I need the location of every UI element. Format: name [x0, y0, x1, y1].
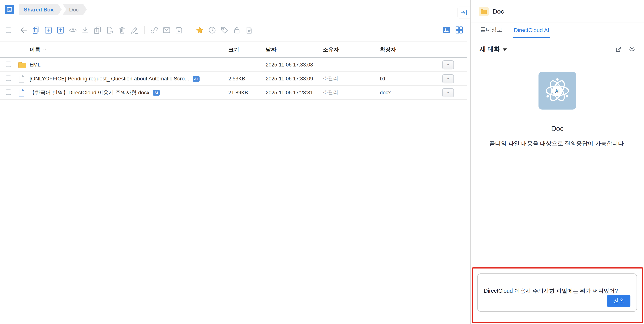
caret-down-icon: ▼ — [446, 63, 450, 66]
file-table: 이름 크기 날짜 소유자 확장자 EML - 2025-11-06 17:33:… — [0, 42, 467, 100]
file-size: 2.53KB — [228, 76, 266, 82]
tag-icon[interactable] — [220, 26, 229, 34]
breadcrumb-item-shared-box[interactable]: Shared Box — [19, 4, 62, 15]
toolbar-separator — [144, 26, 144, 34]
column-header-ext[interactable]: 확장자 — [380, 46, 429, 54]
row-actions-dropdown[interactable]: ▼ — [442, 74, 454, 83]
shared-box-icon[interactable] — [5, 5, 14, 14]
file-name[interactable]: EML — [30, 62, 40, 68]
duplicate-icon[interactable] — [93, 26, 102, 34]
copy-icon[interactable] — [32, 26, 40, 34]
ai-badge: AI — [153, 90, 160, 96]
open-in-new-window-icon[interactable] — [615, 45, 622, 53]
file-size: 21.89KB — [228, 90, 266, 96]
back-icon[interactable] — [19, 26, 28, 34]
gear-icon[interactable] — [628, 45, 636, 53]
folder-icon — [18, 61, 30, 68]
panel-header: Doc — [471, 0, 644, 23]
table-row[interactable]: EML - 2025-11-06 17:33:08 ▼ — [0, 58, 467, 72]
row-checkbox[interactable] — [6, 89, 11, 94]
toolbar — [0, 19, 470, 41]
empty-state-title: Doc — [551, 125, 564, 133]
mail-icon[interactable] — [162, 26, 171, 34]
link-icon[interactable] — [150, 26, 158, 34]
select-all-checkbox[interactable] — [6, 27, 11, 33]
caret-down-icon: ▼ — [446, 91, 450, 94]
column-header-owner[interactable]: 소유자 — [323, 46, 380, 54]
directcloud-ai-panel: Doc 폴더정보 DirectCloud AI 새 대화 — [470, 0, 644, 324]
save-box-icon[interactable] — [174, 26, 183, 34]
send-button[interactable]: 전송 — [607, 295, 630, 307]
upload-icon[interactable] — [56, 26, 65, 34]
caret-down-icon — [503, 48, 507, 51]
column-header-size[interactable]: 크기 — [228, 46, 266, 54]
preview-icon[interactable] — [68, 26, 77, 34]
new-chat-label: 새 대화 — [480, 45, 500, 53]
file-owner: 소관리 — [323, 75, 380, 82]
move-icon[interactable] — [106, 26, 114, 34]
thumbnail-view-icon[interactable] — [442, 26, 451, 34]
file-date: 2025-11-06 17:33:08 — [266, 62, 323, 68]
lock-icon[interactable] — [232, 26, 241, 34]
chat-input-card: DirectCloud 이용시 주의사항 파일에는 뭐가 써져있어? 전송 — [477, 274, 637, 312]
column-header-date[interactable]: 날짜 — [266, 46, 323, 54]
new-folder-icon[interactable] — [44, 26, 52, 34]
new-chat-dropdown[interactable]: 새 대화 — [480, 45, 507, 53]
file-ext: docx — [380, 90, 429, 96]
tab-directcloud-ai[interactable]: DirectCloud AI — [513, 23, 550, 38]
svg-text:AI: AI — [555, 89, 560, 94]
file-ext: txt — [380, 76, 429, 82]
ai-badge: AI — [192, 76, 200, 82]
file-date: 2025-11-06 17:23:31 — [266, 90, 323, 96]
sort-asc-icon — [42, 46, 47, 53]
chat-input[interactable]: DirectCloud 이용시 주의사항 파일에는 뭐가 써져있어? — [484, 287, 630, 295]
download-icon[interactable] — [81, 26, 90, 34]
delete-icon[interactable] — [118, 26, 126, 34]
breadcrumb-label: Shared Box — [24, 6, 54, 12]
row-checkbox[interactable] — [6, 61, 11, 67]
app-window: Shared Box Doc — [0, 0, 644, 324]
column-header-name[interactable]: 이름 — [30, 46, 228, 54]
row-actions-dropdown[interactable]: ▼ — [442, 88, 454, 97]
arrow-to-bar-icon — [460, 9, 468, 16]
table-row[interactable]: 【한국어 번역】DirectCloud 이용시 주의사항.docx AI 21.… — [0, 86, 467, 100]
collapse-panel-button[interactable] — [458, 6, 470, 18]
breadcrumb-label: Doc — [69, 6, 79, 12]
ai-empty-state: AI Doc 폴더의 파일 내용을 대상으로 질의응답이 가능합니다. — [471, 72, 644, 147]
empty-state-description: 폴더의 파일 내용을 대상으로 질의응답이 가능합니다. — [483, 140, 632, 148]
favorite-star-icon[interactable] — [196, 26, 204, 34]
file-docx-icon — [18, 88, 30, 97]
history-clock-icon[interactable] — [208, 26, 216, 34]
breadcrumb: Shared Box Doc — [0, 0, 470, 19]
row-actions-dropdown[interactable]: ▼ — [442, 60, 454, 69]
file-name[interactable]: 【한국어 번역】DirectCloud 이용시 주의사항.docx — [30, 89, 150, 96]
caret-down-icon: ▼ — [446, 77, 450, 80]
tab-folder-info[interactable]: 폴더정보 — [479, 23, 503, 38]
file-browser: Shared Box Doc — [0, 0, 470, 324]
file-name[interactable]: [ONLYOFFICE] Pending request_ Question a… — [30, 76, 189, 82]
ai-atom-icon: AI — [538, 72, 576, 110]
table-row[interactable]: [ONLYOFFICE] Pending request_ Question a… — [0, 72, 467, 86]
document-convert-icon[interactable] — [245, 26, 254, 34]
rename-icon[interactable] — [130, 26, 139, 34]
column-label: 이름 — [30, 46, 40, 54]
file-date: 2025-11-06 17:33:09 — [266, 76, 323, 82]
breadcrumb-item-doc[interactable]: Doc — [62, 4, 87, 15]
table-header: 이름 크기 날짜 소유자 확장자 — [0, 42, 467, 58]
row-checkbox[interactable] — [6, 75, 11, 80]
folder-icon — [479, 7, 489, 16]
file-size: - — [228, 62, 266, 68]
file-owner: 소관리 — [323, 89, 380, 96]
chat-header: 새 대화 — [471, 38, 644, 53]
panel-title: Doc — [493, 8, 504, 14]
panel-tabs: 폴더정보 DirectCloud AI — [471, 23, 644, 38]
file-txt-icon — [18, 74, 30, 83]
grid-view-icon[interactable] — [454, 26, 464, 34]
